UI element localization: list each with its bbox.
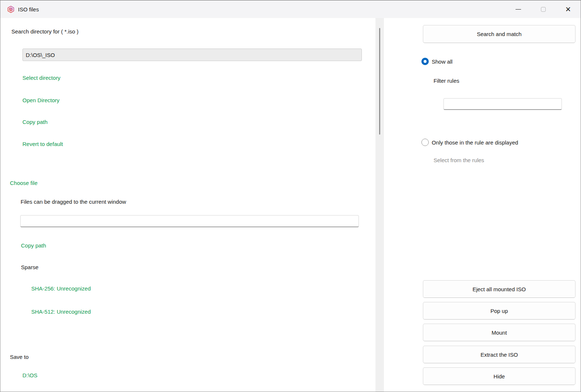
extract-the-iso-button[interactable]: Extract the ISO xyxy=(423,346,575,363)
eject-all-mounted-iso-button[interactable]: Eject all mounted ISO xyxy=(423,280,575,298)
hide-button[interactable]: Hide xyxy=(423,367,575,385)
chosen-file-input[interactable] xyxy=(20,215,359,227)
filter-rules-label: Filter rules xyxy=(434,77,459,85)
minimize-icon xyxy=(516,9,521,10)
app-logo-icon xyxy=(7,6,15,13)
select-from-rules-link[interactable]: Select from the rules xyxy=(434,157,484,164)
close-icon: ✕ xyxy=(565,6,571,13)
maximize-icon xyxy=(541,7,546,12)
sha256-status[interactable]: SHA-256: Unrecognized xyxy=(31,285,91,292)
close-button[interactable]: ✕ xyxy=(556,0,581,18)
search-and-match-button[interactable]: Search and match xyxy=(423,25,575,43)
show-all-radio[interactable] xyxy=(421,58,429,65)
revert-to-default-link[interactable]: Revert to default xyxy=(22,140,63,148)
filter-rules-input[interactable] xyxy=(443,98,562,110)
save-to-path-link[interactable]: D:\OS xyxy=(22,372,38,379)
minimize-button[interactable] xyxy=(506,0,531,18)
rule-only-radio[interactable] xyxy=(421,139,429,146)
content-area: Search directory for ( *.iso ) Select di… xyxy=(0,18,581,392)
open-directory-link[interactable]: Open Directory xyxy=(22,97,60,104)
sparse-label: Sparse xyxy=(21,264,39,271)
vertical-scrollbar-thumb[interactable] xyxy=(379,28,380,135)
show-all-radio-label[interactable]: Show all xyxy=(432,58,453,65)
vertical-scrollbar-track[interactable] xyxy=(375,18,384,392)
save-to-label: Save to xyxy=(10,353,29,361)
rule-only-radio-label[interactable]: Only those in the rule are displayed xyxy=(432,139,518,146)
copy-file-path-link[interactable]: Copy path xyxy=(21,242,46,249)
app-window: ISO files ✕ Search directory for ( *.iso… xyxy=(0,0,581,392)
window-title: ISO files xyxy=(18,6,39,13)
pop-up-button[interactable]: Pop up xyxy=(423,302,575,320)
drag-hint-label: Files can be dragged to the current wind… xyxy=(21,198,126,206)
choose-file-link[interactable]: Choose file xyxy=(10,179,38,187)
titlebar: ISO files ✕ xyxy=(0,0,581,18)
copy-path-link[interactable]: Copy path xyxy=(22,118,47,126)
mount-button[interactable]: Mount xyxy=(423,324,575,341)
sha512-status[interactable]: SHA-512: Unrecognized xyxy=(31,308,91,316)
search-directory-input[interactable] xyxy=(22,49,362,61)
caption-buttons: ✕ xyxy=(506,0,581,18)
search-directory-label: Search directory for ( *.iso ) xyxy=(11,28,79,35)
maximize-button[interactable] xyxy=(531,0,556,18)
select-directory-link[interactable]: Select directory xyxy=(22,74,60,82)
